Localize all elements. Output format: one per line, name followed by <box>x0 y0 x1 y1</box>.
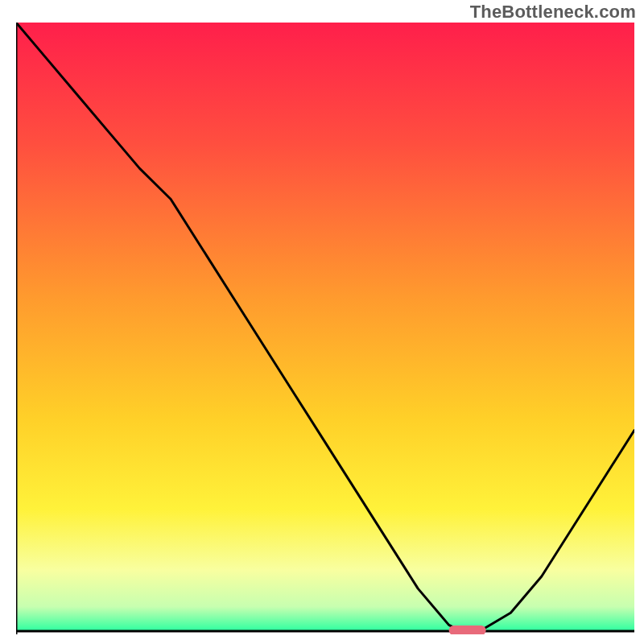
watermark-text: TheBottleneck.com <box>470 2 636 23</box>
chart-container: TheBottleneck.com <box>0 0 644 644</box>
gradient-rect <box>16 23 634 631</box>
plot-svg <box>16 23 634 634</box>
target-marker <box>449 625 486 634</box>
